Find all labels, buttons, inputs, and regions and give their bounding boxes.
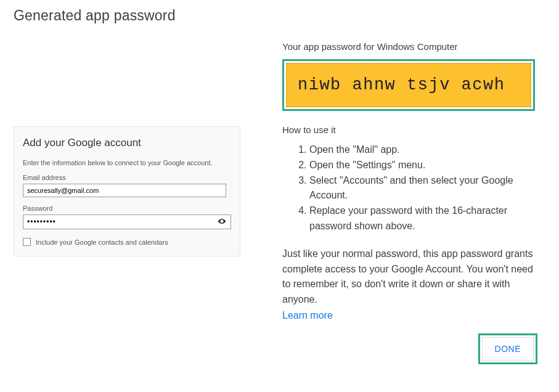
how-to-use-steps: Open the "Mail" app. Open the "Settings"…: [282, 142, 541, 234]
step-item: Open the "Mail" app.: [309, 142, 541, 158]
done-button-highlight: DONE: [478, 333, 537, 364]
email-label: Email address: [23, 174, 231, 181]
how-to-use-title: How to use it: [282, 125, 541, 135]
step-item: Open the "Settings" menu.: [309, 158, 541, 173]
include-contacts-label: Include your Google contacts and calenda…: [36, 239, 168, 246]
password-field[interactable]: [23, 214, 231, 229]
step-item: Replace your password with the 16-charac…: [309, 203, 541, 234]
done-button[interactable]: DONE: [482, 337, 534, 361]
svg-point-0: [221, 221, 222, 222]
include-contacts-checkbox[interactable]: [23, 238, 31, 246]
learn-more-link[interactable]: Learn more: [282, 310, 333, 321]
password-box-highlight: niwb ahnw tsjv acwh: [282, 59, 535, 111]
account-card-subtitle: Enter the information below to connect t…: [23, 159, 231, 166]
account-card: Add your Google account Enter the inform…: [14, 126, 240, 256]
email-field[interactable]: [23, 184, 226, 197]
footer-text: Just like your normal password, this app…: [282, 247, 541, 308]
password-label: Password: [23, 205, 231, 212]
page-title: Generated app password: [14, 7, 545, 24]
show-password-icon[interactable]: [218, 218, 226, 227]
step-item: Select "Accounts" and then select your G…: [309, 173, 541, 204]
generated-password: niwb ahnw tsjv acwh: [286, 63, 531, 107]
account-card-title: Add your Google account: [23, 137, 231, 149]
app-password-label: Your app password for Windows Computer: [282, 41, 541, 52]
